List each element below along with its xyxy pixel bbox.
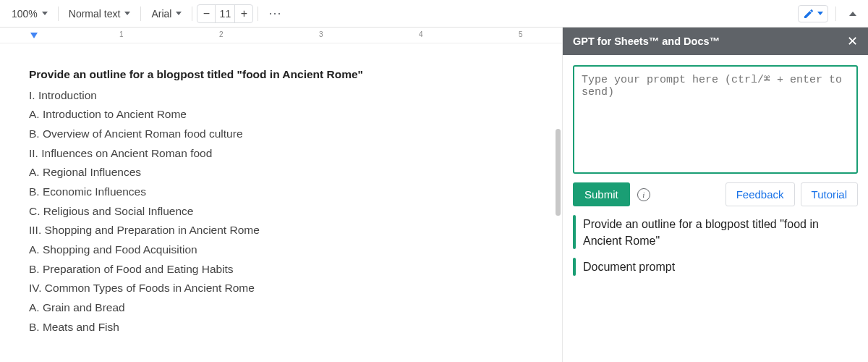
main: 1 2 3 4 5 Provide an outline for a blogp…	[0, 28, 868, 362]
document-line: A. Introduction to Ancient Rome	[29, 105, 533, 125]
caret-down-icon	[42, 12, 48, 15]
separator	[258, 7, 258, 21]
separator	[140, 7, 141, 21]
history-item[interactable]: Provide an outline for a blogpost titled…	[573, 215, 858, 249]
more-options-button[interactable]: ···	[263, 3, 287, 24]
info-icon[interactable]: i	[637, 188, 650, 201]
zoom-select[interactable]: 100%	[6, 5, 54, 22]
button-row: Submit i Feedback Tutorial	[573, 182, 858, 206]
font-size-value[interactable]: 11	[215, 5, 235, 22]
ruler-mark: 4	[419, 30, 423, 38]
collapse-panel-button[interactable]	[843, 7, 862, 20]
document-content[interactable]: Provide an outline for a blogpost titled…	[0, 43, 562, 362]
style-value: Normal text	[69, 8, 121, 20]
sidebar-panel: GPT for Sheets™ and Docs™ ✕ Submit i Fee…	[562, 28, 868, 362]
separator	[58, 7, 59, 21]
font-value: Arial	[151, 8, 171, 20]
document-line: A. Shopping and Food Acquisition	[29, 240, 533, 260]
toolbar-right	[798, 5, 862, 22]
scrollbar-thumb[interactable]	[556, 129, 561, 216]
toolbar: 100% Normal text Arial − 11 + ···	[0, 0, 868, 28]
tutorial-button[interactable]: Tutorial	[801, 182, 858, 206]
editing-mode-button[interactable]	[798, 5, 828, 22]
font-size-decrease[interactable]: −	[197, 5, 215, 22]
document-line: III. Shopping and Preparation in Ancient…	[29, 221, 533, 240]
pencil-icon	[803, 8, 814, 20]
document-line: A. Regional Influences	[29, 163, 533, 182]
ruler-mark: 2	[219, 30, 224, 38]
separator	[192, 7, 192, 21]
zoom-value: 100%	[12, 8, 38, 20]
history-accent-bar	[573, 258, 576, 275]
sidebar-title: GPT for Sheets™ and Docs™	[573, 35, 720, 47]
document-line: IV. Common Types of Foods in Ancient Rom…	[29, 279, 533, 298]
submit-button[interactable]: Submit	[573, 182, 630, 206]
ruler-mark: 3	[319, 30, 323, 38]
document-line: C. Religious and Social Influence	[29, 202, 533, 222]
paragraph-style-select[interactable]: Normal text	[63, 5, 137, 22]
font-size-stepper: − 11 +	[197, 4, 253, 23]
ruler-numbers: 1 2 3 4 5	[0, 30, 562, 41]
document-line: A. Grain and Bread	[29, 298, 533, 318]
document-line: B. Overview of Ancient Roman food cultur…	[29, 125, 533, 144]
document-line: I. Introduction	[29, 86, 533, 106]
prompt-input[interactable]	[573, 65, 858, 174]
document-line: B. Meats and Fish	[29, 318, 533, 337]
font-select[interactable]: Arial	[145, 5, 187, 22]
caret-down-icon	[124, 12, 130, 15]
caret-down-icon	[817, 12, 823, 15]
sidebar-header: GPT for Sheets™ and Docs™ ✕	[563, 28, 868, 55]
document-line: B. Economic Influences	[29, 182, 533, 202]
document-area: 1 2 3 4 5 Provide an outline for a blogp…	[0, 28, 562, 362]
font-size-increase[interactable]: +	[235, 5, 252, 22]
history-item[interactable]: Document prompt	[573, 258, 858, 275]
history-text: Document prompt	[583, 258, 675, 275]
history-text: Provide an outline for a blogpost titled…	[583, 215, 858, 249]
feedback-button[interactable]: Feedback	[726, 182, 795, 206]
ruler[interactable]: 1 2 3 4 5	[0, 28, 562, 43]
document-line: B. Preparation of Food and Eating Habits	[29, 260, 533, 279]
close-icon[interactable]: ✕	[847, 33, 858, 49]
document-line: II. Influences on Ancient Roman food	[29, 144, 533, 164]
ruler-mark: 5	[519, 30, 523, 38]
history-accent-bar	[573, 215, 576, 249]
caret-down-icon	[176, 12, 182, 15]
separator	[835, 7, 836, 21]
document-title-line: Provide an outline for a blogpost titled…	[29, 65, 533, 85]
sidebar-body: Submit i Feedback Tutorial Provide an ou…	[563, 55, 868, 286]
ruler-mark: 1	[119, 30, 124, 38]
chevron-up-icon	[849, 12, 856, 16]
